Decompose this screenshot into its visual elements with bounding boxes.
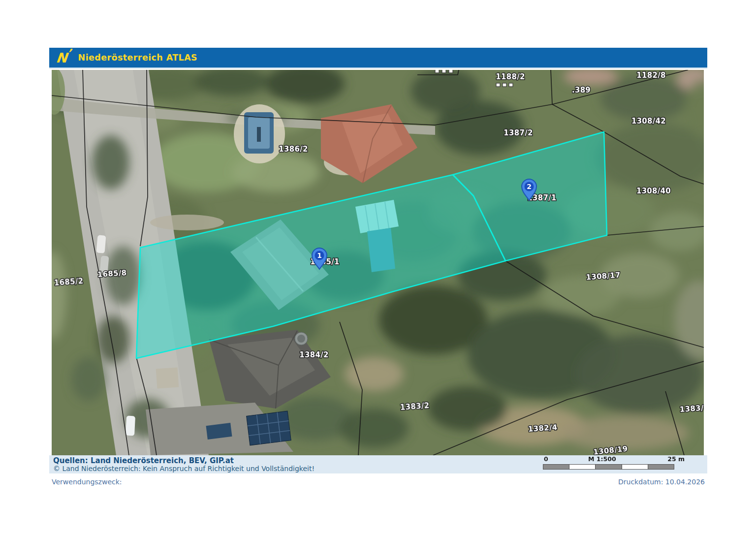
- scale-zero-label: 0: [544, 455, 548, 463]
- parcel-label: 1384/2: [299, 350, 328, 359]
- building-symbol: [435, 70, 439, 73]
- parcel-label: 1182/8: [636, 71, 665, 80]
- map-canvas[interactable]: 1188/21182/8.3891308/421387/21386/21308/…: [52, 70, 704, 455]
- print-date: Druckdatum: 10.04.2026: [618, 478, 705, 486]
- scale-labels: 0 M 1:500 25 m: [543, 455, 687, 462]
- building-symbol: [496, 83, 500, 87]
- building-symbol: [442, 70, 446, 73]
- parcel-label: 1308/40: [636, 187, 671, 195]
- parcel-label: 1383/3: [679, 403, 704, 414]
- marker-number: 1: [317, 252, 322, 259]
- outbuilding: [156, 368, 179, 389]
- swimming-pool: [234, 104, 285, 163]
- building-symbol: [449, 70, 453, 73]
- parcel-label: 1387/2: [504, 128, 533, 137]
- scale-ratio-label: M 1:500: [588, 455, 616, 463]
- source-bar: Quellen: Land Niederösterreich, BEV, GIP…: [49, 455, 707, 473]
- marker-number: 2: [527, 183, 532, 190]
- driveway: [150, 215, 224, 230]
- purpose-label: Verwendungszweck:: [52, 478, 122, 486]
- solar-panels: [247, 411, 291, 445]
- app-title: Niederösterreich ATLAS: [78, 53, 198, 63]
- scale-track: [543, 464, 674, 470]
- building-symbol: [503, 83, 506, 87]
- parcel-label: 1188/2: [496, 72, 525, 81]
- parcel-label: 1386/2: [279, 145, 308, 154]
- scale-max-label: 25 m: [667, 455, 685, 463]
- noe-logo-icon: N: [56, 51, 68, 64]
- print-page: N Niederösterreich ATLAS: [49, 48, 707, 501]
- app-header: N Niederösterreich ATLAS: [49, 48, 707, 68]
- building-symbol: [509, 83, 513, 87]
- parcel-label: 1308/42: [631, 117, 666, 126]
- trampoline: [295, 332, 308, 345]
- scale-bar: 0 M 1:500 25 m: [543, 455, 687, 473]
- parcel-label: .389: [572, 86, 591, 94]
- copyright-line: © Land Niederösterreich: Kein Anspruch a…: [53, 465, 315, 472]
- sources-line: Quellen: Land Niederösterreich, BEV, GIP…: [53, 456, 234, 465]
